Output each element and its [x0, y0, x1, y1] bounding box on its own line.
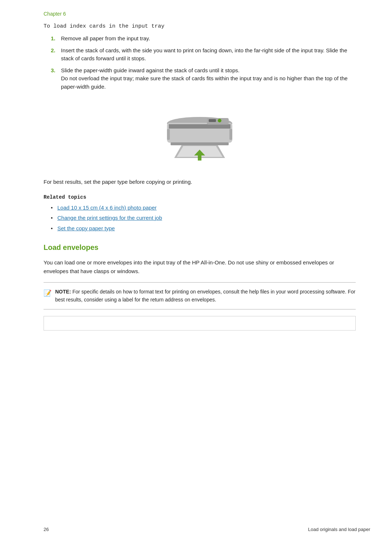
- svg-point-5: [218, 119, 221, 122]
- note-icon: 📝: [44, 288, 52, 299]
- related-topics-list: Load 10 x 15 cm (4 x 6 inch) photo paper…: [51, 204, 356, 233]
- step-1-text: Remove all paper from the input tray.: [61, 35, 150, 41]
- load-envelopes-heading: Load envelopes: [44, 243, 356, 252]
- step-1: 1. Remove all paper from the input tray.: [51, 35, 356, 43]
- related-link-2[interactable]: Change the print settings for the curren…: [51, 214, 356, 222]
- step-3: 3. Slide the paper-width guide inward ag…: [51, 66, 356, 91]
- page-container: Chapter 6 To load index cards in the inp…: [0, 0, 392, 543]
- printer-image-container: [44, 102, 356, 167]
- svg-rect-6: [171, 142, 229, 145]
- related-link-1[interactable]: Load 10 x 15 cm (4 x 6 inch) photo paper: [51, 204, 356, 212]
- related-link-3[interactable]: Set the copy paper type: [51, 224, 356, 233]
- note-box: 📝 NOTE: For specific details on how to f…: [44, 282, 356, 309]
- link-copy-paper-type[interactable]: Set the copy paper type: [57, 225, 115, 231]
- footer: 26 Load originals and load paper: [0, 527, 392, 532]
- step-1-num: 1.: [51, 35, 56, 43]
- step-2: 2. Insert the stack of cards, with the s…: [51, 46, 356, 63]
- load-index-cards-title: To load index cards in the input tray: [44, 23, 356, 29]
- content-box: [44, 316, 356, 331]
- link-print-settings[interactable]: Change the print settings for the curren…: [57, 215, 162, 221]
- step-3-num: 3.: [51, 66, 56, 75]
- footer-page-num: 26: [44, 527, 49, 532]
- svg-rect-11: [167, 129, 170, 140]
- link-photo-paper[interactable]: Load 10 x 15 cm (4 x 6 inch) photo paper: [57, 204, 157, 211]
- steps-list: 1. Remove all paper from the input tray.…: [51, 35, 356, 91]
- printer-illustration: [160, 102, 240, 167]
- step-2-text: Insert the stack of cards, with the side…: [61, 47, 347, 62]
- note-label: NOTE:: [55, 289, 71, 295]
- note-content: NOTE: For specific details on how to for…: [55, 288, 356, 304]
- load-envelopes-body: You can load one or more envelopes into …: [44, 258, 356, 276]
- note-text: For specific details on how to format te…: [55, 289, 355, 303]
- svg-rect-2: [169, 124, 230, 129]
- step-2-num: 2.: [51, 46, 56, 55]
- svg-rect-12: [229, 129, 232, 140]
- step-3-text: Slide the paper-width guide inward again…: [61, 67, 348, 90]
- related-topics-label: Related topics: [44, 194, 356, 200]
- best-results-text: For best results, set the paper type bef…: [44, 178, 356, 186]
- svg-rect-4: [209, 119, 216, 122]
- chapter-label: Chapter 6: [44, 11, 356, 17]
- footer-chapter-text: Load originals and load paper: [308, 527, 370, 532]
- svg-rect-10: [198, 155, 201, 161]
